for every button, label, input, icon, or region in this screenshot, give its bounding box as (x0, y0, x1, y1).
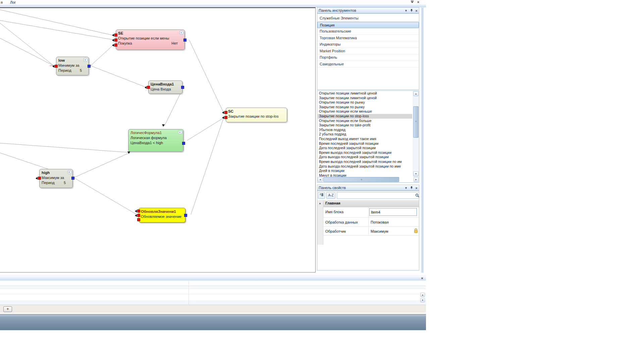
toolbox-item[interactable]: Дата выхода последней закрытой позиции (318, 155, 412, 160)
toolbox-category[interactable]: Пользовательские (317, 28, 419, 35)
log-close-icon[interactable]: × (420, 277, 424, 281)
input-port[interactable] (137, 214, 140, 217)
toolbox-item[interactable]: Открытие позиции если больше (318, 119, 412, 123)
toolbox-category[interactable]: Индикаторы (317, 41, 419, 48)
lock-icon (414, 228, 418, 235)
scroll-left-icon[interactable]: ◄ (318, 177, 323, 182)
input-port[interactable] (114, 34, 117, 37)
toolbox-category[interactable]: Торговая Математика (317, 35, 419, 42)
sort-az-button[interactable]: A-Z (326, 192, 335, 199)
toolbox-item[interactable]: Время выхода последней закрытой позиции (318, 150, 412, 155)
properties-panel-body: A-Z ▲ Главная Имя блока Обработка данных… (317, 191, 419, 270)
scrollbar-thumb[interactable]: ≡ (323, 177, 399, 182)
toolbox-panel-header: Панель инструментов ▼ × (317, 7, 419, 13)
menu-item-log[interactable]: Лог (10, 0, 16, 4)
toolbox-item[interactable]: Закрытие позиции лимитной ценой (318, 96, 412, 101)
property-group-header[interactable]: Главная (323, 200, 419, 207)
toolbox-category[interactable]: Market Position (317, 48, 419, 55)
node-logic-formula[interactable]: ЛогичесФормула1 Логическая формула ЦенаВ… (128, 129, 183, 152)
panel-pin-icon[interactable] (409, 9, 414, 13)
toolbox-item[interactable]: Открытие позиции если меньше (318, 109, 412, 114)
panel-pin-icon[interactable] (409, 186, 414, 190)
menu-bar: я Лог × (0, 0, 426, 5)
node-entry-price[interactable]: ЦенаВхода1 Цена Входа (148, 80, 182, 94)
output-port[interactable] (182, 142, 185, 145)
scroll-down-icon[interactable]: ▼ (420, 298, 425, 302)
collapse-icon[interactable]: « (178, 130, 182, 134)
toolbox-item[interactable]: Последний выход имеет такое имя (318, 137, 412, 141)
node-open-position[interactable]: SE Открытие позиции если мены ПокупкаНет… (116, 29, 185, 50)
scroll-up-icon[interactable]: ▲ (420, 293, 425, 297)
node-title: ЦенаВхода1 (151, 82, 180, 87)
scrollbar-thumb[interactable]: ≡ (413, 106, 419, 138)
panel-dropdown-icon[interactable]: ▼ (404, 186, 408, 190)
block-name-input[interactable] (369, 208, 417, 216)
node-high[interactable]: high Максимум за Период5 « (39, 169, 73, 188)
log-row-divider (0, 294, 426, 294)
toolbox-item[interactable]: Убытков подряд (318, 128, 412, 132)
node-updated-value[interactable]: ОбновляЗначени1 Обновляемое значение (139, 208, 185, 223)
toolbox-item[interactable]: Открытие позиции лимитной ценой (318, 91, 412, 96)
output-port[interactable] (181, 86, 184, 89)
input-port[interactable] (137, 209, 140, 213)
scroll-up-icon[interactable]: ▲ (413, 91, 419, 96)
input-port[interactable] (147, 86, 150, 89)
wire-arrow-icon (52, 65, 54, 68)
categorize-button[interactable] (318, 192, 325, 199)
log-row (0, 286, 426, 289)
toolbox-category[interactable]: Портфель (317, 54, 419, 61)
application-window: я Лог × SE Открытие пози (0, 0, 426, 330)
toolbox-item[interactable]: Закрытие позиции по take-profit (318, 123, 412, 128)
node-low[interactable]: low Минимум за Период5 « (56, 57, 89, 75)
node-param-value: Нет (171, 41, 182, 46)
input-port[interactable] (114, 44, 117, 47)
input-port[interactable] (224, 111, 227, 114)
input-port[interactable] (38, 177, 41, 180)
toolbox-item[interactable]: Дата выхода последней закрытой позиции п… (318, 164, 412, 169)
log-table[interactable]: ▲ ▼ (0, 281, 426, 305)
output-port[interactable] (71, 177, 74, 180)
panel-dropdown-icon[interactable]: ▼ (404, 9, 408, 13)
collapse-icon[interactable]: « (67, 170, 71, 174)
toolbox-item[interactable]: Дней в позиции (318, 169, 412, 173)
window-close-icon[interactable]: × (416, 0, 421, 4)
output-port[interactable] (183, 39, 186, 42)
toolbox-item[interactable]: Открытие позиции по рынку (318, 100, 412, 105)
input-port[interactable] (55, 65, 58, 68)
wire-arrow-icon (145, 86, 147, 89)
toolbox-item-selected[interactable]: Закрытие позиции по stop-loss (318, 114, 412, 119)
taskbar[interactable]: EN ▲ ! (0, 314, 426, 330)
toolbar-band (0, 5, 426, 7)
group-collapse-icon[interactable]: ▲ (319, 202, 321, 205)
menu-item-partial[interactable]: я (1, 0, 3, 4)
grid-gutter (317, 200, 323, 245)
toolbox-item[interactable]: Дата последней закрытой позиции (318, 146, 412, 150)
toolbox-category[interactable]: Служебные Элементы (317, 15, 419, 22)
collapse-icon[interactable]: « (179, 31, 183, 35)
panel-close-icon[interactable]: × (414, 186, 419, 190)
toolbox-item[interactable]: Время последней закрытой позиции (318, 141, 412, 146)
toolbox-item[interactable]: Закрытие позиции по рынку (318, 105, 412, 110)
properties-search-input[interactable] (337, 192, 419, 199)
input-port[interactable] (224, 116, 227, 119)
output-port[interactable] (88, 65, 91, 68)
toolbox-category-selected[interactable]: Позиция (317, 22, 419, 28)
input-port[interactable] (137, 218, 140, 221)
toolbox-item[interactable]: Время выхода последней закрытой позиции … (318, 160, 412, 164)
scroll-down-icon[interactable]: ▼ (413, 171, 419, 176)
toolbox-item[interactable]: 2 убытка подряд (318, 132, 412, 137)
property-value[interactable]: Потоковая (369, 218, 419, 227)
panel-close-icon[interactable]: × (414, 9, 419, 13)
window-menu-icon[interactable] (410, 0, 415, 4)
node-param: Покупка (118, 41, 132, 46)
output-port[interactable] (184, 214, 187, 217)
toolbox-category[interactable]: Самодельные (317, 61, 419, 68)
input-port[interactable] (114, 39, 117, 42)
node-param-value: 5 (80, 68, 87, 73)
node-stop-close[interactable]: SC Закрытие позиции по stop-los (226, 108, 287, 122)
collapse-icon[interactable]: « (84, 58, 88, 62)
property-value[interactable]: Максимум (369, 227, 419, 236)
add-tab-button[interactable]: + (3, 306, 12, 312)
scroll-right-icon[interactable]: ► (414, 177, 419, 182)
node-param: Период (58, 68, 71, 73)
